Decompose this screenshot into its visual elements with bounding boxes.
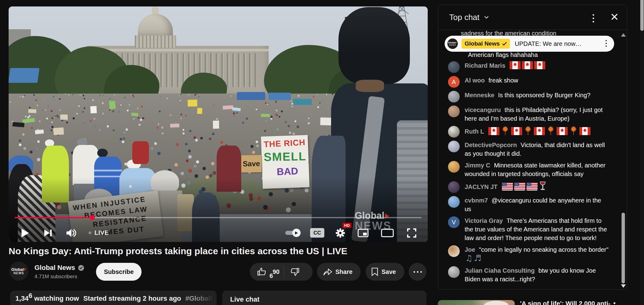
like-button[interactable] xyxy=(257,267,266,276)
close-icon: ✕ xyxy=(610,11,619,23)
video-player[interactable]: THE RICH SMELL BAD Save WHEN INJUSTICE B… xyxy=(9,6,428,242)
chat-header: Top chat xyxy=(438,5,627,30)
chat-author: cvbnm7 xyxy=(465,197,488,204)
miniplayer-button[interactable] xyxy=(358,229,369,237)
pinned-author-badge: Global News xyxy=(462,39,510,49)
foreground-man-neck xyxy=(356,80,384,92)
share-icon xyxy=(323,268,332,276)
settings-button[interactable] xyxy=(335,228,345,238)
chat-message[interactable]: Ruth L xyxy=(448,126,614,138)
pinned-avatar: Global NEWS xyxy=(447,38,458,49)
more-actions-button[interactable] xyxy=(409,263,426,281)
channel-name[interactable]: Global News xyxy=(34,264,84,272)
live-chat-section[interactable]: Live chat xyxy=(222,291,426,305)
teal-umbrella xyxy=(293,99,312,105)
chat-message-text: Victoria GrayThere’s Americans that hold… xyxy=(465,216,609,242)
chat-avatar[interactable] xyxy=(448,161,460,173)
fade-overlay xyxy=(195,291,217,305)
recommended-video-title[interactable]: 'A sign of life': Will 2,000 anti- xyxy=(520,299,612,305)
pinned-text: UPDATE: We are now… xyxy=(515,40,582,47)
chat-message-list: Richard MarisAAl woofreak showMenneskeIs… xyxy=(448,34,614,289)
chat-scroll-down-arrow[interactable] xyxy=(621,284,626,288)
fullscreen-button[interactable] xyxy=(407,228,417,238)
chat-avatar[interactable]: A xyxy=(448,76,460,88)
chat-message[interactable]: JACLYN JT xyxy=(448,181,614,193)
blue-canopy-tent xyxy=(237,92,265,100)
subscriber-count: 4.71M subscribers xyxy=(34,274,77,280)
live-chat-panel: Top chat ✕ sadness for the american cond… xyxy=(438,5,627,290)
subtitles-button[interactable]: CC xyxy=(310,228,324,238)
chat-avatar[interactable] xyxy=(448,181,460,193)
chat-mode-dropdown[interactable]: Top chat xyxy=(449,13,490,22)
volume-button[interactable] xyxy=(66,228,76,238)
chat-author: JACLYN JT xyxy=(465,183,498,190)
chat-author: Jimmy C xyxy=(465,162,490,169)
chat-author: vicecanguru xyxy=(465,106,501,113)
chat-avatar[interactable] xyxy=(448,91,460,102)
chat-avatar[interactable] xyxy=(448,61,460,73)
emoji-flag-canada xyxy=(557,127,568,135)
chat-message[interactable]: Richard Maris xyxy=(448,61,614,73)
foreground-man-head xyxy=(338,7,410,84)
save-button[interactable]: Save xyxy=(366,263,404,281)
chat-message[interactable]: AAl woofreak show xyxy=(448,76,614,88)
emoji-music-notes: ♬ xyxy=(474,253,481,263)
channel-avatar[interactable]: Global NEWS xyxy=(9,262,28,281)
hd-quality-badge: HD xyxy=(342,223,351,228)
emoji-flag-us xyxy=(502,183,513,191)
check-icon xyxy=(502,42,507,46)
chat-message[interactable]: Joe"come in legally no sneaking across t… xyxy=(448,245,614,263)
chat-author: Joe xyxy=(465,246,475,253)
chat-message[interactable]: cvbnm7@vicecanguru could be anywhere in … xyxy=(448,196,614,213)
chat-scrollbar-thumb[interactable] xyxy=(622,213,625,283)
dislike-button[interactable] xyxy=(290,267,299,276)
recommended-video-thumbnail[interactable] xyxy=(438,300,515,305)
page-scrollbar[interactable] xyxy=(640,0,644,305)
pinned-menu-button[interactable] xyxy=(606,40,607,47)
progress-bar[interactable] xyxy=(15,217,422,218)
emoji-maple-leaf xyxy=(569,126,578,135)
chat-message[interactable]: MenneskeIs this sponsored by Burger King… xyxy=(448,91,614,102)
verified-badge-icon xyxy=(78,265,84,271)
chat-avatar[interactable] xyxy=(448,126,460,138)
red-backpack xyxy=(132,141,149,164)
pinned-message[interactable]: Global NEWS Global News UPDATE: We are n… xyxy=(445,36,614,52)
chat-avatar[interactable] xyxy=(448,141,460,152)
chat-message[interactable]: Julian Ciaha Consultingbtw you do know J… xyxy=(448,266,614,283)
chat-avatar[interactable] xyxy=(448,245,460,257)
chat-message-text: MenneskeIs this sponsored by Burger King… xyxy=(465,91,609,99)
chat-message[interactable]: VVictoria GrayThere’s Americans that hol… xyxy=(448,216,614,242)
chat-message[interactable]: vicecanguruthis is Philadelphia? (sorry,… xyxy=(448,106,614,123)
emoji-maple-leaf xyxy=(523,126,533,135)
chat-avatar[interactable]: V xyxy=(448,216,460,228)
share-button[interactable]: Share xyxy=(317,263,361,281)
play-button[interactable] xyxy=(21,228,30,238)
chat-message[interactable]: Jimmy CMinnesota state lawmaker killed, … xyxy=(448,161,614,178)
chat-close-button[interactable]: ✕ xyxy=(608,10,621,23)
recommended-menu-button[interactable] xyxy=(614,302,615,305)
player-controls: LIVE CC xyxy=(9,224,428,242)
progress-scrubber[interactable] xyxy=(90,215,95,220)
page-scrollbar-thumb[interactable] xyxy=(640,0,644,31)
theater-mode-button[interactable] xyxy=(381,229,394,237)
chevron-down-icon xyxy=(483,14,490,21)
chat-author: Al woo xyxy=(465,77,485,84)
chat-author: DetectivePopcorn xyxy=(465,142,517,148)
chat-avatar[interactable] xyxy=(448,196,460,208)
gear-icon xyxy=(335,228,345,238)
chat-scroll-up-arrow[interactable] xyxy=(621,33,626,37)
chat-message[interactable]: DetectivePopcornVictoria, that didn't la… xyxy=(448,141,614,158)
chat-message-text: Richard Maris xyxy=(465,61,609,70)
chat-menu-button[interactable] xyxy=(591,13,595,24)
next-button[interactable] xyxy=(44,229,52,237)
chat-avatar[interactable] xyxy=(448,106,460,117)
description-box[interactable]: 1,346 watching now Started streaming 2 h… xyxy=(10,291,217,305)
chat-message-text: DetectivePopcornVictoria, that didn't la… xyxy=(465,141,609,158)
emoji-flag-canada xyxy=(522,61,533,69)
emoji-music-notes: ♫ xyxy=(465,253,473,263)
video-title: No Kings Day: Anti-Trump protests taking… xyxy=(9,245,427,257)
blue-canopy-tent xyxy=(269,93,291,100)
autoplay-toggle[interactable] xyxy=(285,231,300,235)
subscribe-button[interactable]: Subscribe xyxy=(96,263,142,281)
chat-avatar[interactable] xyxy=(448,266,460,278)
